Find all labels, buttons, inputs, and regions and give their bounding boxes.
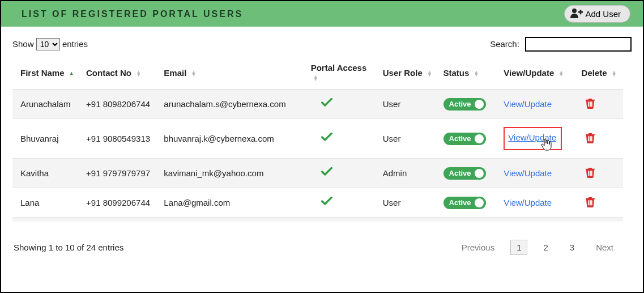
table-row: Kavitha+91 9797979797kavimani_mk@yahoo.c… [12,159,623,188]
col-status[interactable]: Status ▲▼ [439,57,500,90]
status-label: Active [449,169,471,177]
sort-icon: ▲▼ [612,71,617,77]
page-number[interactable]: 3 [564,240,580,254]
cell-status: Active [439,218,500,222]
svg-point-0 [572,9,577,13]
user-plus-icon [570,8,585,20]
show-label: Show [12,39,34,49]
status-toggle[interactable]: Active [443,133,486,145]
table-row: Lathiks+91 990688917Lathiks@gmail.comUse… [12,218,623,222]
status-toggle[interactable]: Active [443,167,486,180]
table-row: Bhuvanraj+91 9080549313bhuvanraj.k@cyber… [12,119,623,159]
page-number[interactable]: 1 [510,240,527,255]
svg-rect-14 [591,200,592,205]
cell-status: Active [439,90,500,119]
cell-view-update: View/Update [499,119,577,159]
cell-status: Active [439,188,500,218]
page-previous[interactable]: Previous [456,240,500,254]
check-icon [321,167,332,179]
col-contact-no[interactable]: Contact No ▲▼ [82,57,159,90]
cell-user-role: User [378,188,439,218]
view-update-link[interactable]: View/Update [504,198,552,207]
delete-button[interactable] [585,170,595,180]
length-select[interactable]: 10 [36,38,60,50]
svg-rect-9 [588,171,589,176]
page-number[interactable]: 2 [538,240,553,254]
toggle-knob [475,100,484,109]
status-label: Active [449,100,471,108]
cell-user-role: User [378,218,439,222]
svg-rect-4 [590,101,591,107]
check-icon [321,133,332,144]
toggle-knob [475,169,484,178]
cell-email: Lana@gmail.com [159,188,306,218]
table-footer: Showing 1 to 10 of 24 entries Previous 1… [12,233,632,255]
toggle-knob [475,198,484,207]
delete-button[interactable] [585,135,595,145]
svg-rect-2 [580,10,582,14]
cell-portal-access [306,119,378,159]
cell-first-name: Arunachalam [12,90,82,119]
view-update-link[interactable]: View/Update [504,127,562,150]
cell-portal-access [306,159,378,188]
sort-icon: ▲▼ [191,71,197,77]
table-body: Arunachalam+91 8098206744arunachalam.s@c… [12,90,623,222]
horizontal-scrollbar[interactable] [12,222,632,231]
table-wrap: First Name ▲ Contact No ▲▼ Email ▲▼ [12,57,632,233]
cell-delete [577,159,623,188]
pagination: Previous 1 2 3 Next [456,240,619,255]
sort-icon: ▲▼ [136,71,141,77]
status-toggle[interactable]: Active [443,98,486,111]
svg-rect-10 [590,171,591,176]
cell-email: Lathiks@gmail.com [159,218,306,222]
check-icon [321,98,332,109]
cell-first-name: Bhuvanraj [12,119,82,159]
add-user-button[interactable]: Add User [564,5,630,23]
view-update-link[interactable]: View/Update [504,99,552,109]
search-input[interactable] [525,37,632,52]
delete-button[interactable] [585,101,595,111]
content-area: Show 10 entries Search: [1,27,643,261]
svg-rect-7 [590,136,591,141]
table-scroll[interactable]: First Name ▲ Contact No ▲▼ Email ▲▼ [12,57,632,222]
cell-status: Active [439,119,500,159]
cell-status: Active [439,159,500,188]
cell-contact-no: +91 8098206744 [82,90,159,119]
cell-delete [577,188,623,218]
table-controls: Show 10 entries Search: [12,37,632,52]
search-box: Search: [490,37,632,52]
col-view-update[interactable]: View/Update ▲▼ [499,57,577,90]
cell-contact-no: +91 8099206744 [82,188,159,218]
col-user-role[interactable]: User Role ▲▼ [378,57,439,90]
cell-first-name: Kavitha [12,159,82,188]
col-portal-access[interactable]: Portal Access ▲▼ [306,57,378,90]
entries-label: entries [62,39,88,49]
app-frame: LIST OF REGISTERED PORTAL USERS Add User… [0,0,644,293]
cell-email: bhuvanraj.k@cybernexa.com [159,119,306,159]
svg-rect-11 [591,171,592,176]
search-label: Search: [490,39,519,49]
view-update-link[interactable]: View/Update [504,168,552,178]
page-title: LIST OF REGISTERED PORTAL USERS [22,9,243,19]
cell-email: arunachalam.s@cybernexa.com [159,90,306,119]
delete-button[interactable] [585,199,595,209]
col-email[interactable]: Email ▲▼ [159,57,306,90]
cell-view-update: View/Update [499,90,577,119]
sort-icon: ▲▼ [313,75,318,81]
col-delete[interactable]: Delete ▲▼ [577,57,623,90]
length-menu: Show 10 entries [12,38,88,50]
users-table: First Name ▲ Contact No ▲▼ Email ▲▼ [12,57,623,222]
cell-delete [577,218,623,222]
svg-rect-12 [588,200,589,205]
cell-first-name: Lana [12,188,82,218]
cell-user-role: User [378,119,439,159]
cell-user-role: User [378,90,439,119]
cell-contact-no: +91 990688917 [82,218,159,222]
cell-portal-access [306,90,378,119]
cell-user-role: Admin [378,159,439,188]
status-toggle[interactable]: Active [443,197,486,209]
page-next[interactable]: Next [590,240,619,254]
cell-delete [577,90,623,119]
col-first-name[interactable]: First Name ▲ [12,57,82,90]
add-user-label: Add User [585,9,621,19]
